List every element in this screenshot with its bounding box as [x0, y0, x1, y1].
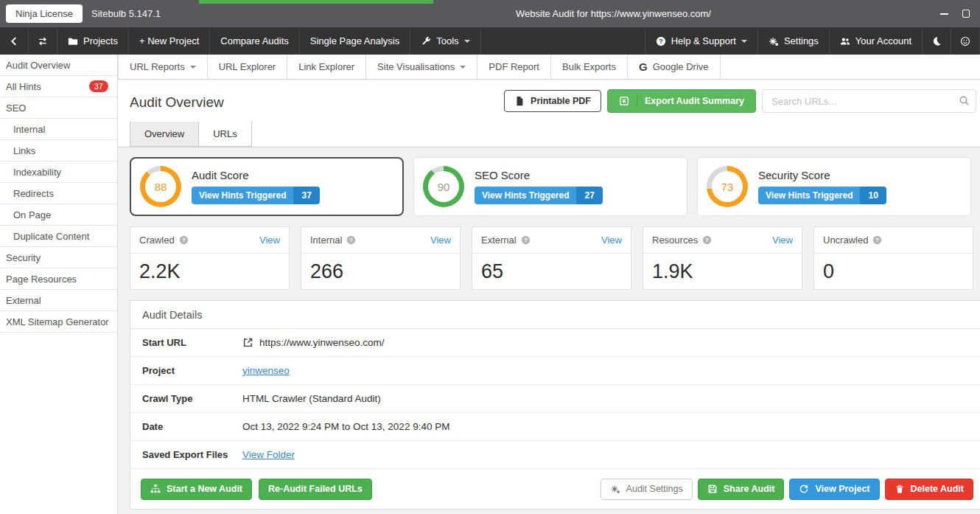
tab-urls[interactable]: URLs [199, 121, 252, 147]
internal-value: 266 [301, 254, 460, 283]
sitemap-icon [150, 484, 161, 494]
help-icon[interactable]: ? [346, 235, 356, 245]
reaudit-failed-urls-button[interactable]: Re-Audit Failed URLs [259, 479, 372, 500]
nav-projects[interactable]: Projects [57, 27, 129, 55]
swap-arrows-icon [38, 36, 48, 46]
resources-stat-card: Resources ? View 1.9K [643, 226, 802, 290]
back-button[interactable] [0, 27, 29, 55]
tab-overview[interactable]: Overview [130, 121, 199, 147]
feedback-button[interactable] [951, 27, 980, 55]
sidebar-item-on-page[interactable]: On Page [0, 204, 117, 226]
sidebar-item-xml-sitemap-generator[interactable]: XML Sitemap Generator [0, 311, 117, 333]
security-score-view-hints-button[interactable]: View Hints Triggered 10 [758, 187, 886, 204]
help-icon[interactable]: ? [702, 235, 712, 245]
crawled-view-link[interactable]: View [259, 235, 280, 246]
google-icon: G [639, 60, 648, 73]
nav-your-account[interactable]: Your Account [830, 27, 923, 55]
main-navbar: Projects + New Project Compare Audits Si… [0, 27, 980, 55]
svg-text:?: ? [705, 237, 709, 243]
security-score-value: 73 [721, 181, 734, 193]
navbar-spacer [481, 27, 645, 55]
export-audit-summary-button[interactable]: Export Audit Summary [607, 89, 756, 113]
search-input[interactable] [762, 89, 976, 113]
subnav-link-explorer[interactable]: Link Explorer [287, 55, 366, 79]
chevron-down-icon [190, 66, 196, 72]
document-icon [514, 96, 525, 106]
excel-file-icon [619, 96, 629, 106]
wrench-icon [421, 36, 431, 46]
external-link-icon[interactable] [242, 337, 253, 348]
nav-compare-audits[interactable]: Compare Audits [210, 27, 300, 55]
sidebar-item-security[interactable]: Security [0, 247, 117, 268]
start-url-value: https://www.yinwenseo.com/ [259, 337, 385, 348]
share-audit-button[interactable]: Share Audit [698, 479, 785, 500]
view-folder-link[interactable]: View Folder [242, 449, 295, 460]
help-icon: ? [656, 36, 666, 46]
subnav-url-reports[interactable]: URL Reports [118, 55, 208, 79]
minimize-icon [940, 13, 948, 15]
sidebar-item-indexability[interactable]: Indexability [0, 162, 117, 183]
help-icon[interactable]: ? [521, 235, 531, 245]
window-title: Website Audit for https://www.yinwenseo.… [516, 0, 711, 27]
subnav-url-explorer[interactable]: URL Explorer [208, 55, 288, 79]
sidebar-item-external[interactable]: External [0, 290, 117, 311]
project-link[interactable]: yinwenseo [242, 365, 290, 376]
sidebar: Audit Overview All Hints37 SEO Internal … [0, 55, 118, 514]
audit-settings-button[interactable]: Audit Settings [601, 479, 693, 500]
nav-single-page-analysis[interactable]: Single Page Analysis [300, 27, 410, 55]
minimize-button[interactable] [933, 3, 955, 25]
delete-audit-button[interactable]: Delete Audit [885, 479, 973, 500]
switch-audit-button[interactable] [29, 27, 57, 55]
start-new-audit-button[interactable]: Start a New Audit [141, 479, 252, 500]
audit-score-ring: 88 [140, 166, 181, 207]
seo-score-ring: 90 [423, 166, 464, 207]
printable-pdf-button[interactable]: Printable PDF [504, 90, 601, 112]
sidebar-item-seo[interactable]: SEO [0, 97, 117, 119]
audit-actions-footer: Start a New Audit Re-Audit Failed URLs A… [130, 469, 980, 509]
chevron-down-icon [460, 66, 466, 72]
nav-new-project[interactable]: + New Project [129, 27, 210, 55]
security-score-card: 73 Security Score View Hints Triggered 1… [697, 157, 971, 216]
seo-score-value: 90 [438, 181, 450, 193]
nav-settings[interactable]: Settings [758, 27, 830, 55]
external-view-link[interactable]: View [601, 235, 622, 246]
gear-icon [610, 484, 620, 494]
sidebar-item-duplicate-content[interactable]: Duplicate Content [0, 226, 117, 247]
maximize-button[interactable] [955, 3, 977, 25]
svg-text:?: ? [349, 237, 353, 243]
help-icon[interactable]: ? [179, 235, 189, 245]
resources-view-link[interactable]: View [772, 235, 793, 246]
sidebar-item-redirects[interactable]: Redirects [0, 183, 117, 204]
search-icon[interactable] [959, 95, 970, 106]
nav-tools[interactable]: Tools [410, 27, 480, 55]
view-project-button[interactable]: View Project [789, 479, 879, 500]
internal-view-link[interactable]: View [430, 235, 451, 246]
seo-score-card: 90 SEO Score View Hints Triggered 27 [413, 157, 687, 216]
users-icon [840, 36, 850, 46]
sidebar-item-audit-overview[interactable]: Audit Overview [0, 55, 117, 76]
subnav-site-visualisations[interactable]: Site Visualisations [366, 55, 477, 79]
sidebar-item-internal[interactable]: Internal [0, 119, 117, 140]
sidebar-item-links[interactable]: Links [0, 140, 117, 162]
audit-score-view-hints-button[interactable]: View Hints Triggered 37 [192, 187, 320, 204]
hints-count: 10 [860, 187, 886, 204]
chevron-left-icon [9, 36, 19, 46]
gear-icon [769, 36, 779, 46]
subnav-pdf-report[interactable]: PDF Report [477, 55, 551, 79]
app-window: Ninja License Sitebulb 5.147.1 Website A… [0, 0, 980, 514]
security-score-ring: 73 [707, 166, 748, 207]
license-badge: Ninja License [6, 4, 83, 23]
sidebar-item-all-hints[interactable]: All Hints37 [0, 76, 117, 97]
dark-mode-toggle[interactable] [923, 27, 951, 55]
sidebar-item-page-resources[interactable]: Page Resources [0, 268, 117, 290]
page-title: Audit Overview [130, 94, 224, 111]
help-icon[interactable]: ? [872, 235, 882, 245]
subnav-bulk-exports[interactable]: Bulk Exports [551, 55, 628, 79]
hints-count-badge: 37 [89, 80, 108, 92]
svg-text:?: ? [875, 237, 879, 243]
subnav-google-drive[interactable]: GGoogle Drive [628, 55, 721, 79]
date-value: Oct 13, 2022 9:24 PM to Oct 13, 2022 9:4… [242, 421, 449, 432]
nav-help-support[interactable]: ? Help & Support [645, 27, 758, 55]
detail-row-crawl-type: Crawl Type HTML Crawler (Standard Audit) [130, 385, 980, 413]
seo-score-view-hints-button[interactable]: View Hints Triggered 27 [475, 187, 603, 204]
